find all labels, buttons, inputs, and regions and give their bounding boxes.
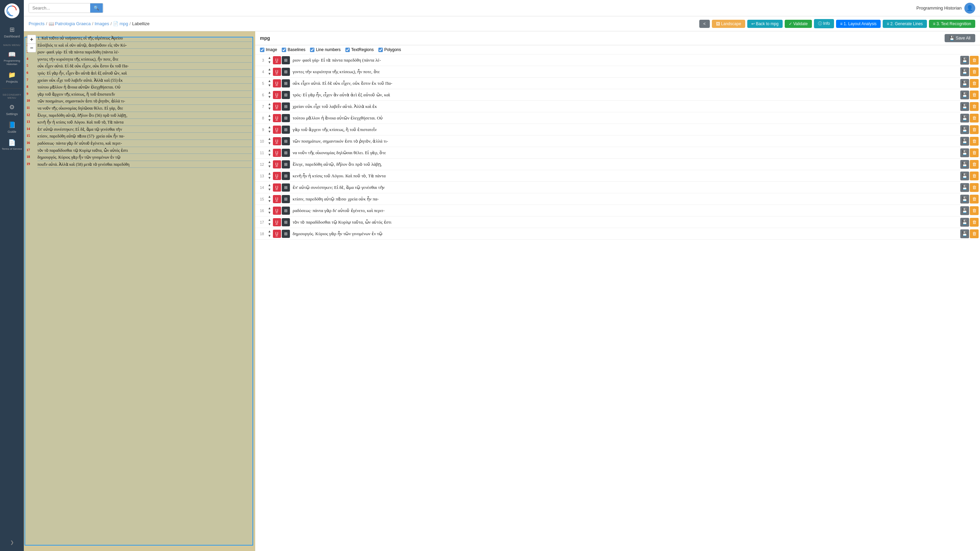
step1-tab[interactable]: ≡ 1. Layout Analysis [836, 20, 881, 28]
arrow-down-button[interactable]: ▼ [267, 141, 272, 145]
underline-button[interactable]: U̲ [273, 160, 281, 169]
save-line-button[interactable]: 💾 [960, 67, 969, 76]
save-line-button[interactable]: 💾 [960, 114, 969, 123]
segment-button[interactable]: ⊞ [282, 68, 290, 76]
underline-button[interactable]: U̲ [273, 149, 281, 157]
sidebar-item-settings[interactable]: ⚙ Settings [0, 101, 24, 118]
segment-button[interactable]: ⊞ [282, 160, 290, 169]
arrow-up-button[interactable]: ▲ [267, 218, 272, 222]
underline-button[interactable]: U̲ [273, 230, 281, 238]
segment-button[interactable]: ⊞ [282, 79, 290, 88]
checkbox-text-regions[interactable]: TextRegions [345, 47, 374, 52]
delete-line-button[interactable]: 🗑 [970, 67, 978, 76]
segment-button[interactable]: ⊞ [282, 137, 290, 145]
sidebar-item-terms[interactable]: 📄 Terms of Service [0, 136, 24, 153]
arrow-up-button[interactable]: ▲ [267, 229, 272, 234]
sidebar-item-projects[interactable]: 📁 Projects [0, 68, 24, 86]
arrow-up-button[interactable]: ▲ [267, 148, 272, 153]
delete-line-button[interactable]: 🗑 [970, 206, 978, 215]
arrow-down-button[interactable]: ▼ [267, 211, 272, 215]
app-logo[interactable] [5, 3, 19, 18]
arrow-down-button[interactable]: ▼ [267, 199, 272, 203]
underline-button[interactable]: U̲ [273, 207, 281, 215]
arrow-up-button[interactable]: ▲ [267, 172, 272, 175]
arrow-up-button[interactable]: ▲ [267, 160, 272, 164]
collapse-button[interactable]: < [699, 20, 710, 28]
arrow-up-button[interactable]: ▲ [267, 183, 272, 187]
segment-button[interactable]: ⊞ [282, 102, 290, 111]
save-line-button[interactable]: 💾 [960, 218, 969, 227]
save-line-button[interactable]: 💾 [960, 137, 969, 146]
underline-button[interactable]: U̲ [273, 79, 281, 88]
sidebar-item-guide[interactable]: 📘 Guide [0, 118, 24, 136]
checkbox-baselines-input[interactable] [282, 48, 286, 52]
arrow-down-button[interactable]: ▼ [267, 95, 272, 99]
arrow-down-button[interactable]: ▼ [267, 60, 272, 64]
manuscript-view[interactable]: 11. Καὶ τοῦτο οὐ νοήσαντες οἱ τῆς αἱρέσε… [24, 31, 255, 551]
delete-line-button[interactable]: 🗑 [970, 195, 978, 204]
underline-button[interactable]: U̲ [273, 195, 281, 203]
segment-button[interactable]: ⊞ [282, 126, 290, 134]
delete-line-button[interactable]: 🗑 [970, 160, 978, 169]
arrow-up-button[interactable]: ▲ [267, 56, 272, 60]
save-line-button[interactable]: 💾 [960, 229, 969, 238]
segment-button[interactable]: ⊞ [282, 195, 290, 203]
arrow-up-button[interactable]: ▲ [267, 91, 272, 95]
breadcrumb-images[interactable]: Images [95, 21, 109, 26]
validate-button[interactable]: ✓ Validate [785, 20, 812, 28]
delete-line-button[interactable]: 🗑 [970, 183, 978, 192]
arrow-down-button[interactable]: ▼ [267, 153, 272, 157]
segment-button[interactable]: ⊞ [282, 149, 290, 157]
underline-button[interactable]: U̲ [273, 218, 281, 226]
segment-button[interactable]: ⊞ [282, 183, 290, 192]
checkbox-image[interactable]: Image [260, 47, 277, 52]
search-button[interactable]: 🔍 [90, 3, 103, 13]
checkbox-baselines[interactable]: Baselines [282, 47, 305, 52]
save-all-button[interactable]: 💾 Save All [945, 34, 975, 42]
save-line-button[interactable]: 💾 [960, 172, 969, 180]
save-line-button[interactable]: 💾 [960, 56, 969, 65]
underline-button[interactable]: U̲ [273, 102, 281, 111]
save-line-button[interactable]: 💾 [960, 79, 969, 88]
step3-tab[interactable]: ≡ 3. Text Recognition [929, 20, 975, 28]
delete-line-button[interactable]: 🗑 [970, 102, 978, 111]
delete-line-button[interactable]: 🗑 [970, 172, 978, 180]
delete-line-button[interactable]: 🗑 [970, 91, 978, 99]
search-input[interactable] [29, 4, 90, 12]
step2-tab[interactable]: ≡ 2. Generate Lines [883, 20, 927, 28]
arrow-down-button[interactable]: ▼ [267, 72, 272, 76]
arrow-up-button[interactable]: ▲ [267, 67, 272, 72]
arrow-down-button[interactable]: ▼ [267, 222, 272, 226]
sidebar-item-programming-historian[interactable]: 📖 Programming Historian [0, 48, 24, 68]
underline-button[interactable]: U̲ [273, 172, 281, 180]
underline-button[interactable]: U̲ [273, 126, 281, 134]
underline-button[interactable]: U̲ [273, 137, 281, 145]
arrow-up-button[interactable]: ▲ [267, 137, 272, 141]
delete-line-button[interactable]: 🗑 [970, 125, 978, 134]
zoom-out-button[interactable]: − [27, 43, 36, 53]
delete-line-button[interactable]: 🗑 [970, 148, 978, 157]
segment-button[interactable]: ⊞ [282, 91, 290, 99]
breadcrumb-patrologia[interactable]: Patrologia Graeca [55, 21, 91, 26]
save-line-button[interactable]: 💾 [960, 183, 969, 192]
user-avatar[interactable]: 👤 [964, 3, 975, 14]
arrow-up-button[interactable]: ▲ [267, 125, 272, 129]
arrow-down-button[interactable]: ▼ [267, 107, 272, 111]
delete-line-button[interactable]: 🗑 [970, 229, 978, 238]
save-line-button[interactable]: 💾 [960, 195, 969, 204]
arrow-down-button[interactable]: ▼ [267, 118, 272, 122]
save-line-button[interactable]: 💾 [960, 102, 969, 111]
delete-line-button[interactable]: 🗑 [970, 79, 978, 88]
breadcrumb-projects[interactable]: Projects [29, 21, 45, 26]
save-line-button[interactable]: 💾 [960, 125, 969, 134]
underline-button[interactable]: U̲ [273, 183, 281, 192]
segment-button[interactable]: ⊞ [282, 56, 290, 64]
breadcrumb-mpg[interactable]: mpg [119, 21, 128, 26]
save-line-button[interactable]: 💾 [960, 206, 969, 215]
delete-line-button[interactable]: 🗑 [970, 137, 978, 146]
underline-button[interactable]: U̲ [273, 91, 281, 99]
zoom-in-button[interactable]: + [27, 35, 36, 43]
arrow-up-button[interactable]: ▲ [267, 102, 272, 106]
arrow-up-button[interactable]: ▲ [267, 114, 272, 118]
checkbox-line-numbers-input[interactable] [310, 48, 314, 52]
